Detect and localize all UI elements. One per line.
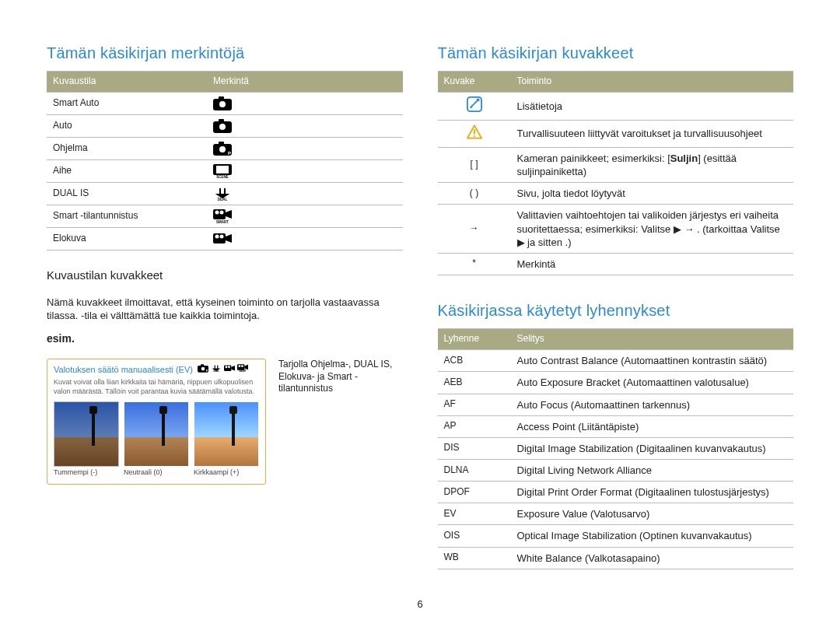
abbr-def: White Balance (Valkotasapaino) [511,547,794,569]
manual-page: Tämän käsikirjan merkintöjä Kuvaustila M… [0,0,840,634]
example-title: Valotuksen säätö manuaalisesti (EV) [54,364,193,376]
example-side-caption: Tarjolla Ohjelma-, DUAL IS, Elokuva- ja … [278,359,403,485]
abbr-def: Digital Living Network Alliance [511,459,794,481]
mode-label: Smart Auto [47,93,207,115]
left-heading: Tämän käsikirjan merkintöjä [47,43,403,63]
camera-p-icon [207,138,403,160]
symbol-def: Lisätietoja [511,93,794,121]
abbr-def: Digital Image Stabilization (Digitaaline… [511,437,794,459]
mode-label: DUAL IS [47,183,207,205]
abbr: ACB [438,350,511,372]
abbr-def: Access Point (Liitäntäpiste) [511,415,794,437]
symbol-def: Turvallisuuteen liittyvät varoitukset ja… [511,121,794,148]
mode-label: Aihe [47,160,207,183]
mode-label: Ohjelma [47,138,207,160]
col-header-mode: Kuvaustila [47,72,207,93]
abbr-def: Auto Exposure Bracket (Automaattinen val… [511,372,794,394]
abbr-def: Auto Focus (Automaattinen tarkennus) [511,394,794,415]
abbr-def: Optical Image Stabilization (Optinen kuv… [511,525,794,547]
right-heading-icons: Tämän käsikirjan kuvakkeet [438,43,794,63]
thumb-bright: Kirkkaampi (+) [194,401,259,478]
icons-subheading: Kuvaustilan kuvakkeet [47,268,403,283]
col-header-function: Toiminto [511,72,794,93]
note-icon [438,93,511,121]
right-column: Tämän käsikirjan kuvakkeet Kuvake Toimin… [438,43,794,593]
abbr: AF [438,394,511,415]
dual-is-icon [207,183,403,205]
symbol-def: Valittavien vaihtoehtojen tai valikoiden… [511,205,794,253]
thumb-caption: Neutraali (0) [124,468,189,478]
abbr-def: Exposure Value (Valotusarvo) [511,503,794,525]
abbr-def: Auto Contrast Balance (Automaattinen kon… [511,350,794,372]
manual-example-box: Valotuksen säätö manuaalisesti (EV) Kuva… [47,359,266,485]
thumb-caption: Tummempi (-) [54,468,119,478]
abbr: AP [438,415,511,437]
warning-icon [438,121,511,148]
page-number: 6 [47,597,793,611]
mode-label: Smart -tilantunnistus [47,205,207,228]
example-row: Valotuksen säätö manuaalisesti (EV) Kuva… [47,351,403,485]
symbols-table: Kuvake Toiminto Lisätietoja Turvallisuut… [438,71,794,275]
camera-icon [207,115,403,138]
thumb-neutral: Neutraali (0) [124,401,189,478]
movie-icon [207,228,403,250]
movie-smart-icon [207,205,403,228]
left-column: Tämän käsikirjan merkintöjä Kuvaustila M… [47,43,403,593]
example-title-line: Valotuksen säätö manuaalisesti (EV) [54,364,259,376]
thumb-caption: Kirkkaampi (+) [194,468,259,478]
mode-label: Auto [47,115,207,138]
symbol-def: Kameran painikkeet; esimerkiksi: [Suljin… [511,147,794,182]
brackets-symbol: [ ] [438,147,511,182]
thumb-dark: Tummempi (-) [54,401,119,478]
arrow-symbol: → [438,205,511,253]
scene-icon [207,160,403,183]
camera-smart-icon [207,93,403,115]
asterisk-symbol: * [438,253,511,275]
mode-label: Elokuva [47,228,207,250]
abbr: OIS [438,525,511,547]
parens-symbol: ( ) [438,183,511,205]
abbr: DLNA [438,459,511,481]
two-column-layout: Tämän käsikirjan merkintöjä Kuvaustila M… [47,43,793,593]
symbol-def: Merkintä [511,253,794,275]
abbrev-table: Lyhenne Selitys ACBAuto Contrast Balance… [438,328,794,569]
shooting-mode-table: Kuvaustila Merkintä Smart Auto Auto Ohje… [47,71,403,250]
abbr: DIS [438,437,511,459]
abbr: DPOF [438,482,511,503]
abbr: AEB [438,372,511,394]
col-header-mark: Merkintä [207,72,403,93]
example-thumbs: Tummempi (-) Neutraali (0) Kirkkaampi (+… [54,401,259,478]
col-header-abbr: Lyhenne [438,329,511,350]
col-header-icon: Kuvake [438,72,511,93]
icons-description: Nämä kuvakkeet ilmoittavat, että kyseine… [47,296,403,322]
abbr-def: Digital Print Order Format (Digitaalinen… [511,482,794,503]
mode-icons-row [198,364,248,376]
example-desc: Kuvat voivat olla liian kirkkaita tai hä… [54,378,259,397]
symbol-def: Sivu, jolta tiedot löytyvät [511,183,794,205]
abbr: WB [438,547,511,569]
abbr: EV [438,503,511,525]
example-label: esim. [47,332,75,345]
col-header-def: Selitys [511,329,794,350]
right-heading-abbrev: Käsikirjassa käytetyt lyhennykset [438,300,794,321]
